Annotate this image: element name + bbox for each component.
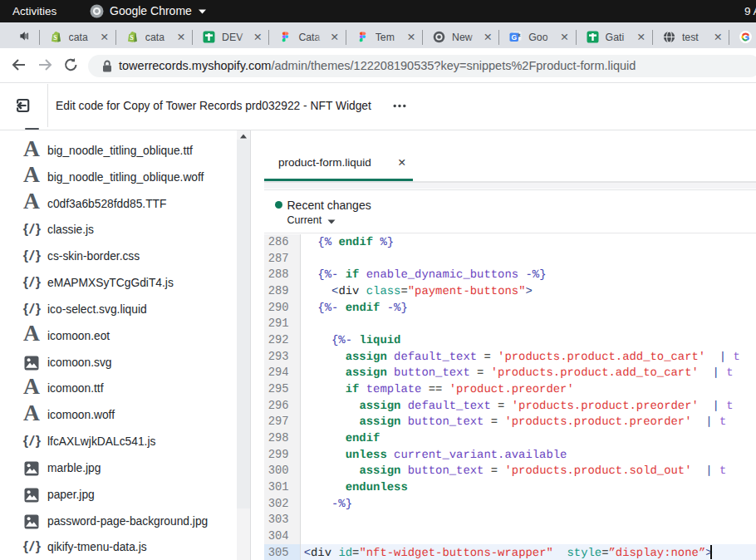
svg-text:S: S xyxy=(130,34,134,42)
svg-text:G: G xyxy=(512,33,518,42)
svg-text:S: S xyxy=(53,34,57,42)
